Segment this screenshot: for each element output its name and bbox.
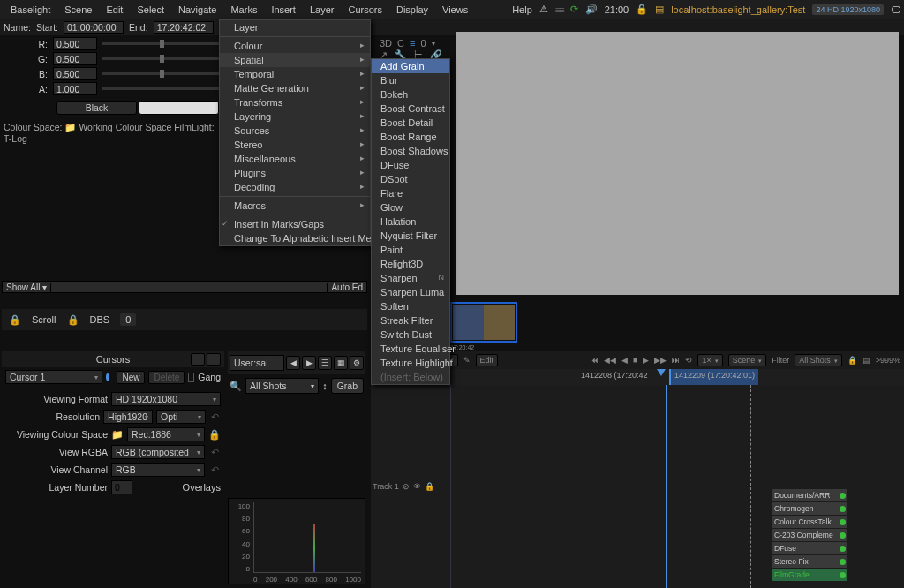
- insert-item-miscellaneous[interactable]: Miscellaneous: [220, 152, 370, 166]
- edit-pencil-icon[interactable]: ✎: [463, 356, 471, 365]
- spatial-item-boost-contrast[interactable]: Boost Contrast: [372, 102, 449, 116]
- ch-undo-icon[interactable]: ↶: [208, 464, 221, 476]
- lock-dbs-icon[interactable]: 🔒: [67, 314, 79, 326]
- spatial-item-sharpen[interactable]: SharpenN: [372, 271, 449, 285]
- insert-item-colour[interactable]: Colour: [220, 39, 370, 53]
- playhead-marker[interactable]: [657, 369, 666, 376]
- cursor-colour-dot[interactable]: [106, 373, 109, 381]
- b-slider[interactable]: [102, 72, 222, 75]
- viewer[interactable]: [456, 32, 899, 295]
- g-input[interactable]: [53, 52, 97, 65]
- timeline-layer[interactable]: Colour CrossTalk: [772, 516, 848, 528]
- thumbnail-selected[interactable]: [450, 302, 517, 343]
- spatial-item-add-grain[interactable]: Add Grain: [372, 59, 449, 73]
- cursor-delete-button[interactable]: Delete: [148, 371, 185, 384]
- rgba-undo-icon[interactable]: ↶: [208, 447, 221, 458]
- insert-item-temporal[interactable]: Temporal: [220, 67, 370, 81]
- autoedit-button[interactable]: Auto Ed: [327, 283, 366, 292]
- spatial-item-dspot[interactable]: DSpot: [372, 172, 449, 186]
- spatial-item-texture-highlight[interactable]: Texture Highlight: [372, 356, 449, 370]
- spatial-item-sharpen-luma[interactable]: Sharpen Luma: [372, 285, 449, 299]
- viewcs-lock-icon[interactable]: 🔒: [208, 429, 221, 441]
- timeline-layer[interactable]: Stereo Fix: [772, 555, 848, 568]
- spatial-item-blur[interactable]: Blur: [372, 73, 449, 87]
- spatial-item-streak-filter[interactable]: Streak Filter: [372, 313, 449, 328]
- timeline-layer[interactable]: Documents/ARR: [772, 489, 848, 501]
- gear-icon[interactable]: ⚙: [350, 356, 364, 370]
- loop-icon[interactable]: ⟲: [685, 356, 692, 365]
- track-eye-icon[interactable]: 👁: [413, 482, 421, 491]
- lock-scroll-icon[interactable]: 🔒: [9, 314, 21, 326]
- spatial-item-flare[interactable]: Flare: [372, 186, 449, 200]
- timeline-layer[interactable]: DFuse: [772, 542, 848, 554]
- menu-help[interactable]: Help: [505, 2, 539, 18]
- menu-views[interactable]: Views: [435, 2, 475, 18]
- prev-frame-icon[interactable]: ◀◀: [604, 356, 616, 365]
- scene-select[interactable]: Scene: [728, 354, 767, 366]
- filter-select[interactable]: All Shots: [245, 378, 319, 394]
- goto-end-icon[interactable]: ⏭: [672, 356, 680, 365]
- speed-select[interactable]: 1×: [697, 354, 722, 366]
- tl-layers-icon[interactable]: ▤: [863, 356, 870, 365]
- timeline-body[interactable]: Track 1⊘👁🔒 Documents/ARRChromogenColour …: [371, 385, 904, 588]
- gang-checkbox[interactable]: [188, 373, 194, 382]
- refresh-icon[interactable]: ⟳: [570, 4, 578, 15]
- spatial-item-boost-shadows[interactable]: Boost Shadows: [372, 144, 449, 158]
- monitor-icon[interactable]: 🖵: [891, 4, 900, 15]
- g-slider[interactable]: [102, 57, 222, 60]
- black-button[interactable]: Black: [56, 101, 137, 115]
- track-lock-icon[interactable]: 🔒: [425, 482, 434, 491]
- spatial-item-bokeh[interactable]: Bokeh: [372, 87, 449, 102]
- menu-scene[interactable]: Scene: [57, 2, 99, 18]
- menu-edit[interactable]: Edit: [99, 2, 130, 18]
- timeline-layer[interactable]: Chromogen: [772, 502, 848, 515]
- b-input[interactable]: [53, 67, 97, 80]
- sort-icon[interactable]: ↕: [322, 381, 328, 391]
- viewer-zero[interactable]: 0: [420, 38, 426, 49]
- timeline-ruler[interactable]: 1412208 (17:20:42 1412209 (17:20:42:01): [371, 369, 904, 385]
- menu-select[interactable]: Select: [130, 2, 171, 18]
- user-select[interactable]: User:sal: [230, 355, 284, 371]
- viewfmt-select[interactable]: HD 1920x1080: [111, 392, 221, 406]
- end-input[interactable]: [154, 21, 214, 34]
- viewer-colour-button[interactable]: C: [397, 38, 404, 49]
- white-button[interactable]: [139, 101, 219, 115]
- nav-left-icon[interactable]: ◀: [286, 356, 300, 370]
- timeline-layer[interactable]: C-203 Compleme: [772, 529, 848, 541]
- insert-item-decoding[interactable]: Decoding: [220, 180, 370, 194]
- list-view-icon[interactable]: ☰: [318, 356, 332, 370]
- menu-cursors[interactable]: Cursors: [341, 2, 389, 18]
- search-icon[interactable]: 🔍: [230, 381, 242, 392]
- menu-baselight[interactable]: Baselight: [4, 2, 57, 18]
- insert-item-change-to-alphabetic-insert-menu[interactable]: Change To Alphabetic Insert Menu: [220, 231, 370, 245]
- volume-icon[interactable]: 🔊: [585, 4, 598, 15]
- viewer-3d-button[interactable]: 3D: [380, 38, 392, 49]
- track-mute-icon[interactable]: ⊘: [403, 482, 410, 491]
- viewcs-select[interactable]: Rec.1886: [127, 427, 205, 441]
- next-frame-icon[interactable]: ▶▶: [654, 356, 667, 365]
- a-slider[interactable]: [102, 87, 222, 90]
- menu-insert[interactable]: Insert: [264, 2, 303, 18]
- insert-item-macros[interactable]: Macros: [220, 199, 370, 213]
- spatial-item-nyquist-filter[interactable]: Nyquist Filter: [372, 229, 449, 243]
- play-icon[interactable]: ▶: [643, 356, 649, 365]
- cursors-opt1-icon[interactable]: [191, 353, 205, 366]
- grab-button[interactable]: Grab: [331, 378, 364, 394]
- goto-start-icon[interactable]: ⏮: [591, 356, 599, 365]
- viewch-select[interactable]: RGB: [111, 463, 205, 477]
- a-input[interactable]: [53, 82, 97, 95]
- grid-view-icon[interactable]: ▦: [334, 356, 348, 370]
- spatial-item-boost-detail[interactable]: Boost Detail: [372, 116, 449, 130]
- menu-display[interactable]: Display: [389, 2, 435, 18]
- spatial-item-soften[interactable]: Soften: [372, 299, 449, 313]
- tl-filter-select[interactable]: All Shots: [795, 354, 842, 366]
- spatial-item-relight-d[interactable]: Relight3D: [372, 257, 449, 271]
- layernum-input[interactable]: [111, 480, 132, 494]
- start-input[interactable]: [64, 21, 124, 34]
- menu-navigate[interactable]: Navigate: [171, 2, 223, 18]
- r-slider[interactable]: [102, 42, 222, 45]
- menu-marks[interactable]: Marks: [223, 2, 264, 18]
- spatial-item-halation[interactable]: Halation: [372, 215, 449, 229]
- spatial-item-texture-equaliser[interactable]: Texture Equaliser: [372, 342, 449, 356]
- insert-item-insert-in-marks-gaps[interactable]: Insert In Marks/Gaps: [220, 217, 370, 231]
